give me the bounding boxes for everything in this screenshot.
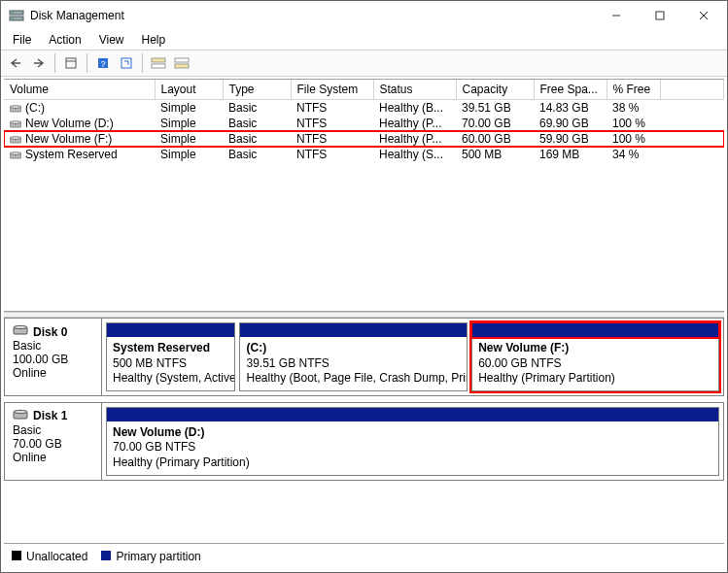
cell-capacity: 60.00 GB	[456, 131, 534, 147]
svg-rect-0	[10, 11, 23, 15]
svg-point-3	[12, 17, 14, 19]
cell-layout: Simple	[155, 131, 223, 147]
svg-rect-8	[66, 58, 76, 68]
col-volume[interactable]: Volume	[4, 80, 155, 100]
menu-help[interactable]: Help	[134, 31, 174, 49]
menu-file[interactable]: File	[5, 31, 39, 49]
toolbar: ?	[1, 50, 727, 77]
svg-point-2	[12, 12, 14, 14]
partition-title: New Volume (D:)	[113, 425, 712, 441]
cell-free: 69.90 GB	[534, 116, 607, 131]
cell-pct: 100 %	[607, 116, 660, 131]
partition-size: 60.00 GB NTFS	[478, 356, 712, 372]
partition[interactable]: System Reserved500 MB NTFSHealthy (Syste…	[106, 322, 235, 391]
partition-title: (C:)	[246, 341, 461, 356]
menu-action[interactable]: Action	[41, 31, 88, 49]
svg-rect-12	[121, 58, 131, 68]
partition-status: Healthy (Boot, Page File, Crash Dump, Pr…	[246, 371, 461, 387]
partition-size: 70.00 GB NTFS	[113, 440, 712, 455]
cell-status: Healthy (P...	[373, 116, 456, 131]
cell-capacity: 500 MB	[456, 147, 534, 162]
disk-state: Online	[13, 451, 93, 464]
disk-info[interactable]: Disk 0Basic100.00 GBOnline	[5, 319, 102, 395]
svg-rect-1	[10, 17, 23, 20]
partition-status: Healthy (Primary Partition)	[113, 455, 712, 471]
partition[interactable]: New Volume (D:)70.00 GB NTFSHealthy (Pri…	[106, 407, 719, 476]
back-button[interactable]	[5, 52, 26, 74]
table-row[interactable]: (C:)SimpleBasicNTFSHealthy (B...39.51 GB…	[4, 100, 724, 117]
disk-size: 100.00 GB	[13, 353, 93, 366]
svg-rect-16	[175, 64, 189, 68]
view-bottom-button[interactable]	[171, 52, 192, 74]
cell-free: 14.83 GB	[534, 100, 607, 117]
disk-row: Disk 0Basic100.00 GBOnlineSystem Reserve…	[4, 318, 724, 396]
partition-status: Healthy (Primary Partition)	[478, 371, 712, 387]
cell-status: Healthy (B...	[373, 100, 456, 117]
disk-partitions: System Reserved500 MB NTFSHealthy (Syste…	[102, 319, 723, 395]
partition-stripe	[107, 408, 718, 421]
volume-name: New Volume (F:)	[25, 132, 112, 146]
window-title: Disk Management	[30, 9, 594, 22]
volume-icon	[10, 118, 21, 128]
cell-status: Healthy (P...	[373, 131, 456, 147]
col-pctfree[interactable]: % Free	[607, 80, 660, 100]
disk-graphic-pane[interactable]: Disk 0Basic100.00 GBOnlineSystem Reserve…	[1, 318, 727, 543]
partition-status: Healthy (System, Active	[113, 371, 228, 387]
table-row[interactable]: New Volume (D:)SimpleBasicNTFSHealthy (P…	[4, 116, 724, 131]
volume-icon	[10, 150, 21, 159]
view-top-button[interactable]	[148, 52, 169, 74]
titlebar: Disk Management	[1, 1, 727, 30]
primary-swatch	[101, 551, 111, 560]
legend: Unallocated Primary partition	[4, 543, 724, 569]
cell-layout: Simple	[155, 116, 223, 131]
partition-size: 39.51 GB NTFS	[246, 356, 461, 372]
cell-fs: NTFS	[291, 147, 373, 162]
minimize-button[interactable]	[594, 2, 638, 29]
partition[interactable]: (C:)39.51 GB NTFSHealthy (Boot, Page Fil…	[239, 322, 468, 391]
partition-title: System Reserved	[113, 341, 228, 356]
cell-layout: Simple	[155, 100, 223, 117]
col-status[interactable]: Status	[373, 80, 456, 100]
column-headers[interactable]: Volume Layout Type File System Status Ca…	[4, 80, 724, 100]
volume-table: Volume Layout Type File System Status Ca…	[4, 80, 724, 162]
col-layout[interactable]: Layout	[155, 80, 223, 100]
disk-size: 70.00 GB	[13, 437, 93, 451]
col-filesystem[interactable]: File System	[291, 80, 373, 100]
disk-icon	[13, 324, 28, 339]
forward-button[interactable]	[28, 52, 50, 74]
help-button[interactable]: ?	[92, 52, 114, 74]
disk-info[interactable]: Disk 1Basic70.00 GBOnline	[5, 403, 102, 480]
disk-type: Basic	[13, 339, 93, 353]
svg-rect-15	[175, 58, 189, 62]
properties-button[interactable]	[60, 52, 82, 74]
col-type[interactable]: Type	[223, 80, 291, 100]
app-icon	[9, 8, 24, 23]
disk-state: Online	[13, 366, 93, 380]
volume-name: System Reserved	[25, 148, 118, 161]
col-freespace[interactable]: Free Spa...	[534, 80, 607, 100]
col-capacity[interactable]: Capacity	[456, 80, 534, 100]
disk-type: Basic	[13, 423, 93, 437]
table-row[interactable]: New Volume (F:)SimpleBasicNTFSHealthy (P…	[4, 131, 724, 147]
partition-size: 500 MB NTFS	[113, 356, 228, 372]
unallocated-swatch	[12, 551, 21, 560]
cell-free: 169 MB	[534, 147, 607, 162]
menu-view[interactable]: View	[91, 31, 132, 49]
table-row[interactable]: System ReservedSimpleBasicNTFSHealthy (S…	[4, 147, 724, 162]
window: Disk Management File Action View Help ?	[0, 0, 728, 573]
partition[interactable]: New Volume (F:)60.00 GB NTFSHealthy (Pri…	[471, 322, 719, 391]
close-button[interactable]	[681, 2, 725, 29]
cell-capacity: 70.00 GB	[456, 116, 534, 131]
refresh-button[interactable]	[116, 52, 137, 74]
window-buttons	[594, 2, 725, 29]
maximize-button[interactable]	[638, 2, 681, 29]
cell-capacity: 39.51 GB	[456, 100, 534, 117]
svg-point-18	[10, 106, 21, 109]
svg-rect-13	[152, 58, 165, 62]
cell-status: Healthy (S...	[373, 147, 456, 162]
svg-point-22	[10, 137, 21, 140]
disk-name: Disk 1	[33, 409, 67, 422]
svg-rect-14	[152, 64, 165, 68]
cell-type: Basic	[223, 147, 291, 162]
volume-list-pane[interactable]: Volume Layout Type File System Status Ca…	[4, 79, 724, 312]
